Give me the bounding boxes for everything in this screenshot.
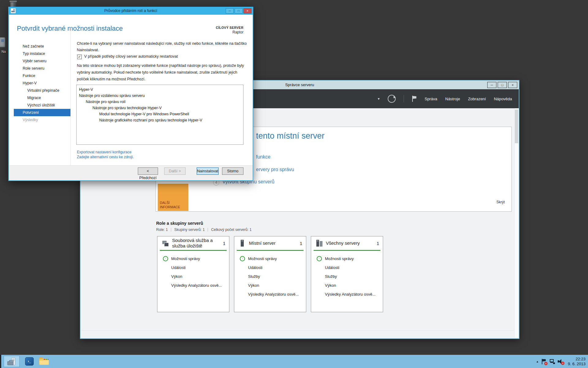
wizard-nav: Než začnete Typ instalace Výběr serveru …	[14, 43, 70, 124]
export-settings-link[interactable]: Exportovat nastavení konfigurace	[77, 150, 131, 154]
tile-row-performance[interactable]: Výkon	[317, 281, 381, 290]
tile-item-label[interactable]: Výsledky Analyzátoru osvě...	[171, 283, 222, 288]
menu-view[interactable]: Zobrazení	[468, 97, 486, 101]
toolbar-divider	[404, 95, 404, 102]
add-roles-wizard-window: Průvodce přidáním rolí a funkcí ─ □ × Po…	[8, 7, 253, 181]
tile-item-label[interactable]: Události	[248, 265, 262, 270]
tile-item-label[interactable]: Výkon	[325, 283, 336, 288]
tile-row-performance[interactable]: Výkon	[240, 281, 304, 290]
tile-row-manageability[interactable]: ↑ Možnosti správy	[163, 254, 227, 263]
nav-default-stores[interactable]: Výchozí úložiště	[14, 102, 70, 109]
tile-item-label[interactable]: Možnosti správy	[248, 256, 277, 261]
nav-confirmation[interactable]: Potvrzení	[14, 109, 70, 116]
previous-button[interactable]: < Předchozí	[138, 167, 158, 175]
nav-server-roles[interactable]: Role serveru	[14, 65, 70, 72]
nav-hyper-v[interactable]: Hyper-V	[14, 79, 70, 87]
tile-item-label[interactable]: Výsledky Analyzátoru osvě...	[248, 292, 299, 297]
volume-muted-icon[interactable]: ×	[558, 359, 563, 364]
scrollbar[interactable]	[514, 108, 518, 338]
next-button: Další >	[164, 167, 186, 175]
tile-row-bpa[interactable]: Výsledky Analyzátoru osvě...	[240, 290, 304, 299]
tile-all-servers[interactable]: Všechny servery 1 ↑ Možnosti správy Udál…	[311, 236, 383, 312]
welcome-heading-fragment[interactable]: tento místní server	[256, 131, 325, 141]
tree-item: Modul technologie Hyper-V pro Windows Po…	[77, 111, 243, 117]
summary-divider	[171, 228, 171, 232]
wizard-titlebar[interactable]: Průvodce přidáním rolí a funkcí ─ □ ×	[8, 7, 253, 15]
maximize-button[interactable]: □	[235, 8, 243, 13]
roles-summary: Role: 1 Skupiny serverů: 1 Celkový počet…	[156, 228, 251, 232]
tile-row-manageability[interactable]: ↑ Možnosti správy	[317, 254, 381, 263]
wizard-window-title: Průvodce přidáním rolí a funkcí	[8, 7, 253, 15]
tile-item-label[interactable]: Výkon	[248, 283, 259, 288]
target-server-block: CÍLOVÝ SERVER Raptor	[216, 26, 243, 34]
tile-row-services[interactable]: Služby	[317, 272, 381, 281]
tile-item-label[interactable]: Události	[171, 265, 186, 270]
refresh-icon[interactable]	[388, 95, 396, 103]
nav-installation-type[interactable]: Typ instalace	[14, 50, 70, 57]
learn-more-tile[interactable]: DALŠÍ INFORMACE	[158, 184, 188, 211]
close-button[interactable]: ×	[243, 8, 251, 13]
server-manager-icon	[7, 357, 16, 366]
tile-item-label[interactable]: Výkon	[171, 274, 182, 279]
taskbar-explorer-button[interactable]	[39, 358, 49, 365]
manageability-up-icon: ↑	[240, 256, 245, 261]
start-corner[interactable]	[0, 355, 1, 368]
tile-row-bpa[interactable]: Výsledky Analyzátoru osvě...	[163, 281, 227, 290]
network-icon[interactable]	[549, 359, 555, 364]
nav-migration[interactable]: Migrace	[14, 94, 70, 102]
tile-row-manageability[interactable]: ↑ Možnosti správy	[240, 254, 304, 263]
restart-checkbox-label[interactable]: V případě potřeby cílový server automati…	[84, 54, 178, 59]
action-center-flag-icon[interactable]: ×	[541, 358, 546, 365]
quickstart-link-servers-fragment[interactable]: ervery pro správu	[256, 167, 294, 172]
minimize-button[interactable]: ─	[487, 82, 496, 88]
tile-item-label[interactable]: Možnosti správy	[171, 256, 200, 261]
tile-local-server[interactable]: Místní server 1 ↑ Možnosti správy Událos…	[234, 236, 306, 312]
hide-welcome-link[interactable]: Skrýt	[496, 200, 505, 204]
install-button[interactable]: Nainstalovat	[197, 167, 219, 175]
tile-count: 1	[377, 241, 379, 246]
tile-title: Souborová služba a služba úložiště	[172, 238, 220, 249]
cancel-button[interactable]: Storno	[222, 167, 243, 175]
maximize-button[interactable]: □	[498, 82, 507, 88]
menu-tools[interactable]: Nástroje	[445, 97, 460, 101]
tile-row-events[interactable]: Události	[317, 263, 381, 272]
tile-row-bpa[interactable]: Výsledky Analyzátoru osvě...	[317, 290, 381, 299]
tile-file-storage-services[interactable]: Souborová služba a služba úložiště 1 ↑ M…	[157, 236, 229, 312]
notifications-flag-icon[interactable]	[412, 96, 417, 102]
mute-badge: ×	[561, 362, 564, 365]
nav-server-selection[interactable]: Výběr serveru	[14, 57, 70, 65]
alternate-source-link[interactable]: Zadejte alternativní cestu ke zdroji.	[77, 155, 134, 159]
tree-item: Hyper-V	[77, 86, 243, 93]
tree-item: Nástroje pro vzdálenou správu serveru	[77, 93, 243, 99]
selection-tree[interactable]: Hyper-V Nástroje pro vzdálenou správu se…	[76, 85, 243, 145]
taskbar-powershell-button[interactable]: ›_	[25, 357, 34, 366]
quickstart-link-roles-fragment[interactable]: funkce	[256, 154, 270, 160]
show-hidden-icons-caret[interactable]: ▲	[536, 360, 539, 363]
nav-features[interactable]: Funkce	[14, 72, 70, 79]
tile-row-events[interactable]: Události	[240, 263, 304, 272]
restart-checkbox[interactable]: ✓	[77, 55, 82, 59]
tile-item-label[interactable]: Služby	[248, 274, 260, 279]
recycle-bin-icon[interactable]	[9, 1, 17, 2]
tile-row-performance[interactable]: Výkon	[163, 272, 227, 281]
servers-total-count: Celkový počet serverů: 1	[211, 228, 251, 232]
tile-row-services[interactable]: Služby	[240, 272, 304, 281]
taskbar-server-manager-button[interactable]	[4, 356, 20, 367]
tile-item-label[interactable]: Výsledky Analyzátoru osvě...	[325, 292, 375, 297]
partial-desktop-icon[interactable]	[0, 37, 5, 47]
menu-manage[interactable]: Správa	[425, 97, 437, 101]
menu-help[interactable]: Nápověda	[494, 97, 512, 101]
scrollbar-thumb[interactable]	[515, 109, 518, 143]
tile-item-label[interactable]: Možnosti správy	[325, 256, 354, 261]
tile-item-label[interactable]: Události	[325, 265, 339, 270]
tile-item-label[interactable]: Služby	[325, 274, 337, 279]
nav-before-you-begin[interactable]: Než začnete	[14, 43, 70, 50]
close-button[interactable]: ×	[508, 82, 517, 88]
taskbar-clock[interactable]: 22:23 9. 6. 2013	[566, 357, 586, 366]
minimize-button[interactable]: ─	[226, 8, 234, 13]
nav-virtual-switches[interactable]: Virtuální přepínače	[14, 87, 70, 94]
system-tray: ▲ × × 22:23 9. 6. 2013	[536, 355, 586, 368]
tile-row-events[interactable]: Události	[163, 263, 227, 272]
chevron-down-icon[interactable]: ▾	[378, 97, 380, 101]
nav-results: Výsledky	[14, 116, 70, 124]
